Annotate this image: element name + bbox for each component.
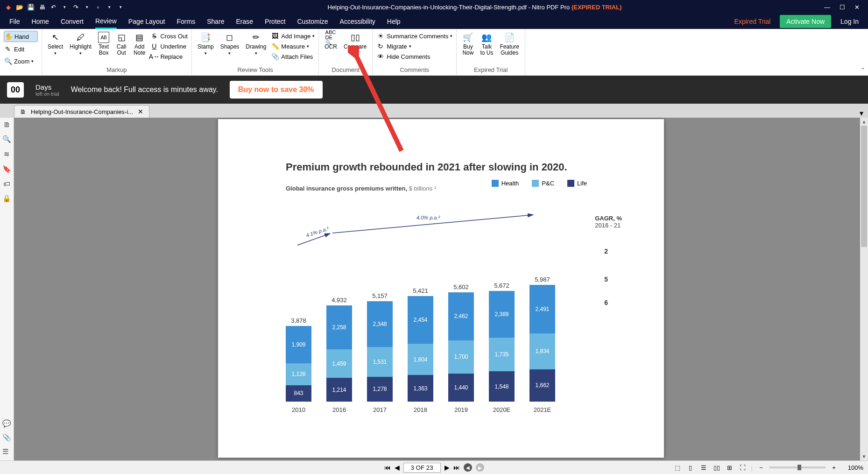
expired-trial-link[interactable]: Expired Trial (734, 18, 771, 25)
scroll-up-icon[interactable]: ▲ (860, 118, 868, 126)
menu-share[interactable]: Share (207, 15, 224, 28)
redo-icon[interactable]: ↷ (71, 2, 80, 12)
measure-tool[interactable]: 📏Measure▾ (271, 41, 315, 51)
legend-swatch-life (567, 180, 574, 187)
menu-erase[interactable]: Erase (236, 15, 254, 28)
minimize-icon[interactable]: — (824, 4, 830, 11)
search-panel-icon[interactable]: 🔍 (2, 135, 11, 143)
zoom-slider[interactable] (769, 467, 826, 468)
edit-tool[interactable]: ✎Edit (4, 44, 38, 54)
add-image-tool[interactable]: 🖼Add Image▾ (271, 31, 315, 41)
ocr-tool[interactable]: ABCDE🔍OCR (323, 31, 339, 51)
menu-help[interactable]: Help (387, 15, 401, 28)
attach-files-tool[interactable]: 📎Attach Files (271, 51, 315, 62)
facing-continuous-icon[interactable]: ⊞ (725, 464, 734, 471)
last-page-icon[interactable]: ⏭ (453, 464, 460, 471)
first-page-icon[interactable]: ⏮ (384, 464, 391, 471)
prev-page-icon[interactable]: ◀ (395, 464, 400, 471)
login-button[interactable]: Log In (840, 15, 859, 28)
zoom-tool[interactable]: 🔍Zoom▾ (4, 56, 38, 66)
compare-tool[interactable]: ▯▯Compare (342, 31, 368, 51)
document-viewport[interactable]: Premium growth rebounded in 2021 after s… (14, 118, 868, 460)
hand-tool[interactable]: ✋Hand (4, 31, 38, 42)
select-tool[interactable]: ↖Select▾ (46, 31, 65, 57)
save-icon[interactable]: 💾 (26, 2, 35, 12)
ribbon: ✋Hand ✎Edit 🔍Zoom▾ ↖Select▾ 🖊Highlight▾ … (0, 29, 868, 76)
buy-now-button[interactable]: Buy now to save 30% (230, 81, 323, 99)
tags-panel-icon[interactable]: 🏷 (3, 180, 10, 188)
cursor-icon: ↖ (50, 32, 61, 43)
menu-page-layout[interactable]: Page Layout (128, 15, 165, 28)
zoom-out-icon[interactable]: − (756, 464, 766, 471)
undo-dropdown-icon[interactable]: ▾ (60, 2, 69, 12)
bar-segment: 1,459 (326, 349, 352, 378)
activate-now-button[interactable]: Activate Now (780, 15, 831, 28)
menu-home[interactable]: Home (32, 15, 49, 28)
qat-customize-icon[interactable]: ▾ (116, 2, 125, 12)
hide-comments-tool[interactable]: 👁Hide Comments (376, 51, 452, 62)
close-icon[interactable]: ✕ (854, 4, 860, 11)
qat-more-icon[interactable]: ▫ (93, 2, 103, 12)
call-out-tool[interactable]: ◱Call Out (114, 31, 129, 57)
layers-panel-icon[interactable]: ≋ (4, 150, 10, 158)
menu-accessibility[interactable]: Accessibility (340, 15, 375, 28)
security-panel-icon[interactable]: 🔒 (2, 194, 11, 203)
continuous-icon[interactable]: ☰ (699, 464, 708, 471)
zoom-level[interactable]: 100% (842, 464, 863, 471)
menu-forms[interactable]: Forms (176, 15, 195, 28)
menu-customize[interactable]: Customize (297, 15, 328, 28)
ribbon-collapse-icon[interactable]: ⌃ (861, 67, 865, 73)
comment-panel-icon[interactable]: 💬 (2, 419, 11, 428)
page-input[interactable] (403, 463, 441, 473)
window-title: Helping-Out-Insurance-Companies-in-Unloc… (125, 4, 824, 11)
menu-convert[interactable]: Convert (61, 15, 84, 28)
bar-segment: 1,278 (367, 377, 393, 402)
menu-review[interactable]: Review (95, 14, 117, 29)
drawing-tool[interactable]: ✏Drawing▾ (244, 31, 268, 57)
text-box-tool[interactable]: ABText Box (96, 31, 111, 57)
list-panel-icon[interactable]: ☰ (2, 447, 11, 456)
buy-now-tool[interactable]: 🛒Buy Now (460, 31, 475, 57)
talk-to-us-tool[interactable]: 👥Talk to Us (478, 31, 495, 57)
stamp-tool[interactable]: 📑Stamp▾ (196, 31, 216, 57)
cross-out-tool[interactable]: S̶Cross Out (150, 31, 188, 41)
fullscreen-icon[interactable]: ⛶ (738, 464, 748, 471)
scroll-thumb[interactable] (861, 126, 867, 247)
scroll-down-icon[interactable]: ▼ (860, 453, 868, 460)
chart-title: Premium growth rebounded in 2021 after s… (286, 161, 636, 173)
nav-forward-icon[interactable]: ▶ (476, 463, 484, 472)
undo-icon[interactable]: ↶ (49, 2, 58, 12)
feature-guides-tool[interactable]: 📄Feature Guides (498, 31, 521, 57)
summarize-comments-tool[interactable]: ☀Summarize Comments▾ (376, 31, 452, 41)
bookmarks-panel-icon[interactable]: 🔖 (2, 165, 11, 173)
next-page-icon[interactable]: ▶ (445, 464, 450, 471)
print-icon[interactable]: 🖶 (37, 2, 47, 12)
attachments-panel-icon[interactable]: 📎 (2, 433, 11, 442)
open-icon[interactable]: 📂 (15, 2, 24, 12)
replace-tool[interactable]: A↔Replace (150, 51, 188, 62)
document-tab[interactable]: 🗎 Helping-Out-Insurance-Companies-i... ✕ (14, 105, 149, 118)
nav-back-icon[interactable]: ◀ (464, 463, 472, 472)
tab-dropdown-icon[interactable]: ▾ (860, 109, 863, 118)
migrate-tool[interactable]: ↻Migrate▾ (376, 41, 452, 51)
maximize-icon[interactable]: ☐ (840, 4, 845, 11)
fit-width-icon[interactable]: ⬚ (673, 464, 682, 471)
underline-tool[interactable]: UUnderline (150, 41, 188, 51)
add-note-tool[interactable]: ▤Add Note (132, 31, 147, 57)
review-tools-group-label: Review Tools (196, 65, 315, 73)
shapes-tool[interactable]: ◻Shapes▾ (219, 31, 241, 57)
highlight-tool[interactable]: 🖊Highlight▾ (68, 31, 93, 57)
redo-dropdown-icon[interactable]: ▾ (82, 2, 92, 12)
welcome-text: Welcome back! Full access is minutes awa… (71, 85, 218, 94)
facing-icon[interactable]: ▯▯ (712, 464, 721, 471)
menu-protect[interactable]: Protect (265, 15, 285, 28)
single-page-icon[interactable]: ▯ (686, 464, 695, 471)
zoom-in-icon[interactable]: + (829, 464, 839, 471)
vertical-scrollbar[interactable]: ▲ ▼ (860, 118, 868, 460)
tab-close-icon[interactable]: ✕ (138, 108, 143, 115)
menu-file[interactable]: File (9, 15, 20, 28)
qat-dropdown-icon[interactable]: ▾ (105, 2, 114, 12)
zoom-thumb[interactable] (797, 465, 801, 470)
bar-segment: 1,440 (448, 374, 474, 402)
pages-panel-icon[interactable]: 🗎 (3, 120, 10, 128)
